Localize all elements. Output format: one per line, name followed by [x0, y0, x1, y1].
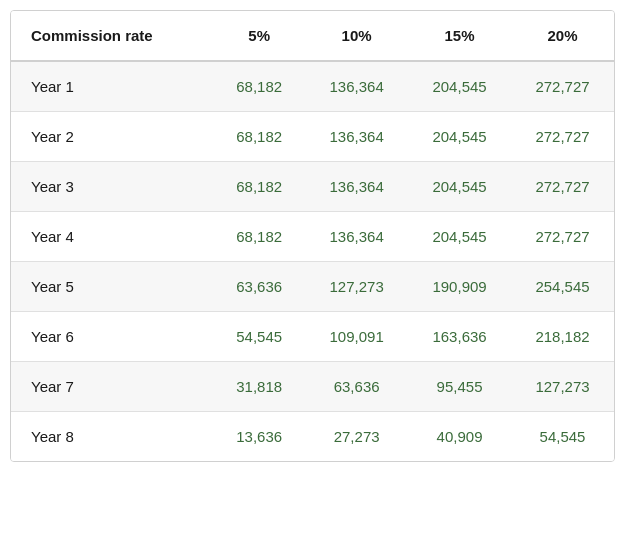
val-10pct: 136,364: [305, 212, 408, 262]
val-20pct: 254,545: [511, 262, 614, 312]
table-row: Year 563,636127,273190,909254,545: [11, 262, 614, 312]
val-10pct: 109,091: [305, 312, 408, 362]
table-row: Year 468,182136,364204,545272,727: [11, 212, 614, 262]
year-label: Year 2: [11, 112, 213, 162]
commission-table: Commission rate 5% 10% 15% 20% Year 168,…: [10, 10, 615, 462]
val-20pct: 272,727: [511, 162, 614, 212]
val-15pct: 190,909: [408, 262, 511, 312]
val-5pct: 68,182: [213, 162, 305, 212]
val-15pct: 204,545: [408, 112, 511, 162]
val-5pct: 68,182: [213, 61, 305, 112]
val-10pct: 136,364: [305, 61, 408, 112]
year-label: Year 8: [11, 412, 213, 462]
col-header-5pct: 5%: [213, 11, 305, 61]
val-10pct: 136,364: [305, 112, 408, 162]
table-row: Year 731,81863,63695,455127,273: [11, 362, 614, 412]
year-label: Year 1: [11, 61, 213, 112]
val-20pct: 272,727: [511, 61, 614, 112]
year-label: Year 7: [11, 362, 213, 412]
table-row: Year 368,182136,364204,545272,727: [11, 162, 614, 212]
col-header-20pct: 20%: [511, 11, 614, 61]
year-label: Year 3: [11, 162, 213, 212]
val-5pct: 63,636: [213, 262, 305, 312]
table-row: Year 813,63627,27340,90954,545: [11, 412, 614, 462]
val-15pct: 204,545: [408, 162, 511, 212]
col-header-commission-rate: Commission rate: [11, 11, 213, 61]
table-row: Year 168,182136,364204,545272,727: [11, 61, 614, 112]
val-5pct: 31,818: [213, 362, 305, 412]
table-header-row: Commission rate 5% 10% 15% 20%: [11, 11, 614, 61]
val-15pct: 163,636: [408, 312, 511, 362]
table-row: Year 654,545109,091163,636218,182: [11, 312, 614, 362]
val-20pct: 218,182: [511, 312, 614, 362]
table-row: Year 268,182136,364204,545272,727: [11, 112, 614, 162]
val-20pct: 54,545: [511, 412, 614, 462]
col-header-15pct: 15%: [408, 11, 511, 61]
val-10pct: 127,273: [305, 262, 408, 312]
val-15pct: 95,455: [408, 362, 511, 412]
year-label: Year 4: [11, 212, 213, 262]
val-5pct: 68,182: [213, 212, 305, 262]
val-5pct: 13,636: [213, 412, 305, 462]
val-20pct: 272,727: [511, 212, 614, 262]
year-label: Year 5: [11, 262, 213, 312]
val-5pct: 54,545: [213, 312, 305, 362]
val-15pct: 204,545: [408, 212, 511, 262]
col-header-10pct: 10%: [305, 11, 408, 61]
val-5pct: 68,182: [213, 112, 305, 162]
val-10pct: 136,364: [305, 162, 408, 212]
val-20pct: 272,727: [511, 112, 614, 162]
year-label: Year 6: [11, 312, 213, 362]
val-10pct: 63,636: [305, 362, 408, 412]
val-10pct: 27,273: [305, 412, 408, 462]
val-20pct: 127,273: [511, 362, 614, 412]
val-15pct: 204,545: [408, 61, 511, 112]
val-15pct: 40,909: [408, 412, 511, 462]
